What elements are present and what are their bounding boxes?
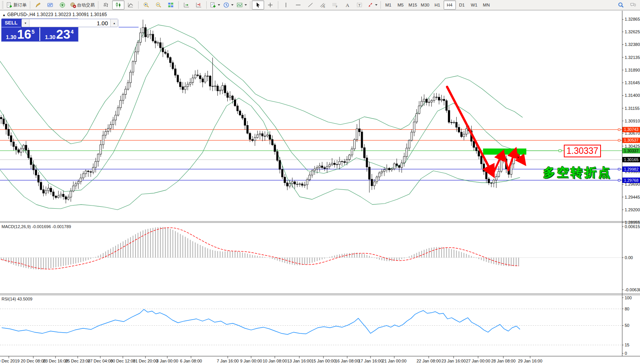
tile-windows-button[interactable] xyxy=(165,0,177,10)
line-chart-button[interactable] xyxy=(124,0,137,10)
profiles-button[interactable] xyxy=(222,0,235,10)
new-order-button[interactable]: 新订单 xyxy=(5,0,28,10)
tf-m1-button[interactable]: M1 xyxy=(382,0,395,10)
tf-m30-button[interactable]: M30 xyxy=(419,0,431,10)
one-click-trading-panel: SELL ▼ ▲ BUY 1.30 16 5 1.30 23 4 xyxy=(1,18,78,42)
autotrading-button[interactable]: 自动交易 xyxy=(69,0,96,10)
tf-m5-button[interactable]: M5 xyxy=(395,0,407,10)
price-axis-label: 1.30910 xyxy=(625,119,640,123)
tf-m15-button-label: M15 xyxy=(408,3,417,7)
tf-d1-button[interactable]: D1 xyxy=(456,0,468,10)
turning-point-annotation[interactable]: 多空转折点 xyxy=(543,165,612,181)
mt4-window: { "toolbar": { "items": [ {"name":"new-o… xyxy=(0,0,640,364)
indicators-button[interactable] xyxy=(235,0,248,10)
chart-shift-icon xyxy=(196,2,202,8)
market-watch-icon xyxy=(47,2,53,8)
tf-h4-button[interactable]: H4 xyxy=(444,0,456,10)
cursor-button[interactable] xyxy=(252,0,264,10)
channel-icon: E xyxy=(320,2,326,8)
arrows-tool-icon xyxy=(367,2,373,8)
label-button[interactable]: T xyxy=(353,0,366,10)
sell-price-pips: 16 xyxy=(17,29,31,40)
volume-box: ▼ ▲ xyxy=(21,19,118,27)
time-axis-label: 25 Dec 23:00 xyxy=(65,359,90,363)
tf-mn-button[interactable]: MN xyxy=(480,0,493,10)
toolbar-separator xyxy=(380,1,381,9)
metaeditor-icon xyxy=(35,2,41,8)
level-line-anchor[interactable] xyxy=(618,129,620,131)
price-axis-label: 1.31890 xyxy=(625,68,640,72)
downtrend-arrow[interactable] xyxy=(447,87,493,174)
rsi-indicator-label: RSI(14) 43.5009 xyxy=(2,297,33,301)
tf-m30-button-label: M30 xyxy=(421,3,429,7)
time-axis-label: 16 Jan 08:00 xyxy=(335,359,359,363)
h-line-icon xyxy=(295,2,301,8)
price-axis-label: 1.32865 xyxy=(625,17,640,21)
new-chart-button[interactable] xyxy=(208,0,222,10)
level-line-anchor[interactable] xyxy=(618,179,620,181)
price-callout-box[interactable]: 1.30337 xyxy=(564,145,601,157)
macd-axis-label: 0.00 xyxy=(625,255,633,260)
time-axis-label: 28 Jan 08:00 xyxy=(491,359,516,363)
tf-mn-button-label: MN xyxy=(483,3,490,7)
price-axis-label: 1.32380 xyxy=(625,42,640,47)
arrows-button[interactable] xyxy=(366,0,379,10)
metaeditor-button[interactable] xyxy=(32,0,44,10)
trendline-button[interactable] xyxy=(304,0,317,10)
fibonacci-button[interactable]: F xyxy=(329,0,341,10)
callout-anchor[interactable] xyxy=(559,150,561,152)
macd-axis-label: -0.00638 xyxy=(625,287,640,292)
sell-price-point: 5 xyxy=(32,29,35,34)
time-axis-label: 17 Jan 16:00 xyxy=(358,359,383,363)
time-axis-label: 27 Jan 00:00 xyxy=(466,359,490,363)
time-axis-label: 10 Jan 08:00 xyxy=(263,359,287,363)
chart-canvas[interactable]: 1.328651.326251.323801.321351.318901.316… xyxy=(0,0,640,364)
time-axis-label: 20 Dec 08:00 xyxy=(21,359,46,363)
volume-increase-button[interactable]: ▲ xyxy=(110,19,118,27)
buy-price-base: 1.30 xyxy=(45,34,56,40)
zoom-in-button[interactable] xyxy=(140,0,152,10)
rsi-axis-label: 100 xyxy=(625,295,632,300)
fibonacci-icon: F xyxy=(332,2,338,8)
signals-button[interactable] xyxy=(56,0,69,10)
sell-price[interactable]: 1.30 16 5 xyxy=(1,28,40,41)
search-button[interactable] xyxy=(615,0,627,10)
collapse-panel-icon[interactable]: ▲ xyxy=(2,13,6,17)
market-watch-button[interactable] xyxy=(44,0,56,10)
buy-price[interactable]: 1.30 23 4 xyxy=(40,28,78,41)
tf-w1-button[interactable]: W1 xyxy=(468,0,480,10)
time-axis-label: 3 Jan 00:00 xyxy=(156,359,178,363)
cursor-icon xyxy=(255,2,261,8)
chart-shift-button[interactable] xyxy=(193,0,205,10)
time-axis-label: 23 Jan 16:00 xyxy=(441,359,466,363)
profiles-icon xyxy=(223,2,229,8)
tf-h1-button[interactable]: H1 xyxy=(431,0,444,10)
bar-chart-button[interactable] xyxy=(100,0,112,10)
tf-w1-button-label: W1 xyxy=(471,3,477,7)
volume-decrease-button[interactable]: ▼ xyxy=(22,19,29,27)
chat-icon xyxy=(630,2,636,8)
auto-scroll-button[interactable] xyxy=(180,0,193,10)
volume-input[interactable] xyxy=(29,19,110,27)
tf-m15-button[interactable]: M15 xyxy=(407,0,419,10)
vertical-line-button[interactable] xyxy=(280,0,292,10)
level-line-anchor[interactable] xyxy=(618,139,620,141)
trend-line-icon xyxy=(307,2,313,8)
level-line-anchor[interactable] xyxy=(618,168,620,170)
time-axis-label: 15 Jan 00:00 xyxy=(311,359,336,363)
tf-h1-button-label: H1 xyxy=(434,3,440,7)
text-button[interactable]: A xyxy=(341,0,353,10)
crosshair-button[interactable] xyxy=(264,0,276,10)
zoom-out-button[interactable] xyxy=(152,0,165,10)
chat-button[interactable] xyxy=(627,0,639,10)
sell-button[interactable]: SELL xyxy=(1,18,21,28)
channel-button[interactable]: E xyxy=(317,0,329,10)
horizontal-line-button[interactable] xyxy=(292,0,304,10)
level-price-tag-text: 1.30337 xyxy=(624,149,638,153)
buy-button[interactable]: BUY xyxy=(119,18,139,28)
rsi-axis-label: 0 xyxy=(625,351,627,356)
macd-indicator-label: MACD(12,26,9) -0.001696 -0.001789 xyxy=(2,224,71,229)
zoom-in-icon xyxy=(143,2,149,8)
candle-chart-button[interactable] xyxy=(112,0,124,10)
time-axis-label: 6 Jan 08:00 xyxy=(180,359,202,363)
